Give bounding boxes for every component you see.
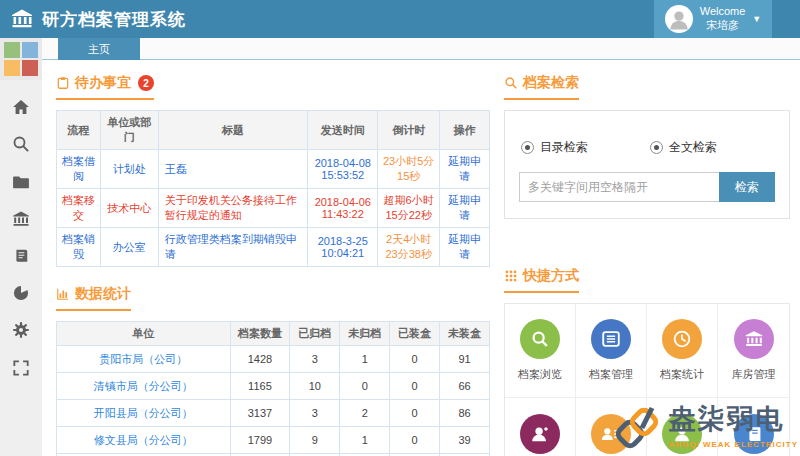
bank-icon[interactable] [0,207,42,231]
radio-icon[interactable] [650,141,663,154]
todo-delay-link[interactable]: 延期申请 [440,150,490,189]
stats-unboxed: 86 [440,400,490,427]
user-text: Welcome 宋培彦 [700,5,746,33]
shortcut-archive-manage[interactable]: 档案管理 [576,304,647,398]
stats-row: 开阳县局（分公司） 3137 3 2 0 86 [57,400,490,427]
shortcut-archive-browse[interactable]: 档案浏览 [505,304,576,398]
todo-subject-link[interactable]: 王磊 [158,150,308,189]
logo-square-orange [4,60,20,76]
shortcut-label: 档案管理 [589,367,633,382]
todo-count-badge: 2 [138,75,154,91]
search-section-title: 档案检索 [504,74,579,100]
stats-table: 单位 档案数量 已归档 未归档 已装盒 未装盒 贵阳市局（公司） 1428 3 … [56,321,490,456]
clipboard-icon [56,76,70,90]
stats-unit-link[interactable]: 开阳县局（分公司） [57,400,231,427]
radio-icon[interactable] [521,141,534,154]
shortcut-storeroom-manage[interactable]: 库房管理 [718,304,789,398]
people-icon [591,414,631,454]
logo-square-green [4,42,20,58]
todo-dept: 办公室 [100,228,158,267]
stats-unit-link[interactable]: 清镇市局（分公司） [57,373,231,400]
expand-icon[interactable] [0,356,42,380]
radio-catalog-search[interactable]: 目录检索 [521,139,588,156]
todo-countdown: 23小时5分15秒 [378,150,440,189]
welcome-label: Welcome [700,5,746,17]
search-icon[interactable] [0,132,42,156]
todo-row: 档案借阅 计划处 王磊 2018-04-08 15:53:52 23小时5分15… [57,150,490,189]
stats-col-total: 档案数量 [230,322,290,346]
todo-flow[interactable]: 档案销毁 [57,228,101,267]
book-icon[interactable] [0,244,42,268]
todo-time: 2018-04-06 11:43:22 [308,189,378,228]
stats-unboxed: 39 [440,427,490,454]
home-icon[interactable] [0,95,42,119]
list-icon [591,319,631,359]
grid-dots-icon [504,269,518,283]
stats-unboxed: 91 [440,346,490,373]
stats-boxed: 0 [390,373,440,400]
search-section-icon [504,76,518,90]
todo-col-subject: 标题 [158,111,308,150]
stats-col-unarchived: 未归档 [340,322,390,346]
todo-col-action: 操作 [440,111,490,150]
todo-subject-link[interactable]: 关于印发机关公务接待工作暂行规定的通知 [158,189,308,228]
todo-countdown: 2天4小时23分38秒 [378,228,440,267]
search-button[interactable]: 检索 [719,172,775,202]
stats-unarchived: 1 [340,346,390,373]
stats-boxed: 0 [390,427,440,454]
todo-delay-link[interactable]: 延期申请 [440,228,490,267]
todo-table: 流程 单位或部门 标题 发送时间 倒计时 操作 档案借阅 计划处 王磊 2018… [56,110,490,267]
folder-icon[interactable] [0,170,42,194]
stats-unarchived: 0 [340,373,390,400]
logo-square-red [22,60,38,76]
chevron-down-icon: ▼ [752,14,761,24]
shortcut-personal-archive[interactable]: 个人档案 [647,398,718,456]
todo-row: 档案移交 技术中心 关于印发机关公务接待工作暂行规定的通知 2018-04-06… [57,189,490,228]
shortcut-archive-stats[interactable]: 档案统计 [647,304,718,398]
todo-time: 2018-04-08 15:53:52 [308,150,378,189]
stats-row: 修文县局（分公司） 1799 9 1 0 39 [57,427,490,454]
tab-home[interactable]: 主页 [58,38,140,60]
todo-subject-link[interactable]: 行政管理类档案到期销毁申请 [158,228,308,267]
stats-col-unit: 单位 [57,322,231,346]
stats-unit-link[interactable]: 贵阳市局（公司） [57,346,231,373]
stats-boxed: 0 [390,400,440,427]
todo-countdown: 超期6小时15分22秒 [378,189,440,228]
todo-flow[interactable]: 档案移交 [57,189,101,228]
shortcut-my[interactable]: 我的 [505,398,576,456]
shortcut-department-archive[interactable]: 部门档案 [576,398,647,456]
main-content: 待办事宜 2 流程 单位或部门 标题 发送时间 倒计时 操作 档案借阅 计划处 [42,60,800,456]
stats-total: 1165 [230,373,290,400]
bar-chart-icon [56,287,70,301]
radio-fulltext-search[interactable]: 全文检索 [650,139,717,156]
user-menu[interactable]: Welcome 宋培彦 ▼ [654,0,772,38]
todo-row: 档案销毁 办公室 行政管理类档案到期销毁申请 2018-3-25 10:04:2… [57,228,490,267]
todo-flow[interactable]: 档案借阅 [57,150,101,189]
stats-col-unboxed: 未装盒 [440,322,490,346]
shortcuts-section-title: 快捷方式 [504,267,579,293]
shortcut-grid: 档案浏览 档案管理 档案统计 [504,303,790,456]
keyword-input[interactable] [519,172,719,202]
corner-logo [0,38,42,80]
app-header: 研方档案管理系统 Welcome 宋培彦 ▼ [0,0,800,38]
stats-unit-link[interactable]: 修文县局（分公司） [57,427,231,454]
book-shortcut-icon [734,414,774,454]
bank-shortcut-icon [734,319,774,359]
shortcut-label: 档案浏览 [518,367,562,382]
bank-logo-icon [10,7,34,31]
shortcuts-section: 快捷方式 档案浏览 档案管理 [504,267,790,456]
shortcut-label: 档案统计 [660,367,704,382]
gear-icon[interactable] [0,318,42,342]
stats-section-title: 数据统计 [56,285,131,311]
todo-delay-link[interactable]: 延期申请 [440,189,490,228]
right-column: 档案检索 目录检索 全文检索 检索 [504,74,790,456]
radio-label: 全文检索 [669,139,717,156]
todo-col-time: 发送时间 [308,111,378,150]
sidebar-nav [0,60,42,456]
stats-total: 1428 [230,346,290,373]
todo-col-dept: 单位或部门 [100,111,158,150]
shortcut-archive-compile[interactable]: 档案编研 [718,398,789,456]
stats-total: 1799 [230,427,290,454]
pie-chart-icon[interactable] [0,281,42,305]
person-icon [662,414,702,454]
